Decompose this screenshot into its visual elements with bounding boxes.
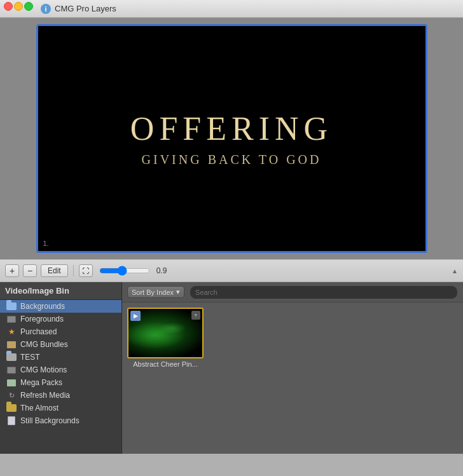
fullscreen-button[interactable]: ⛶ xyxy=(79,264,93,277)
sort-label: Sort By Index xyxy=(132,289,174,296)
film-icon xyxy=(6,315,17,323)
thumb-badge-play: ▶ xyxy=(130,311,141,321)
film2-icon xyxy=(6,365,17,374)
sort-arrow-icon: ▾ xyxy=(176,288,180,296)
app-icon: i xyxy=(41,4,51,14)
list-item[interactable]: ▶ + Abstract Cheer Pin... xyxy=(127,308,204,368)
sidebar-label-the-almost: The Almost xyxy=(20,404,59,412)
bundle-icon xyxy=(6,340,17,349)
preview-frame: OFFERING GIVING BACK TO GOD 1. xyxy=(36,24,427,253)
media-grid: ▶ + Abstract Cheer Pin... xyxy=(122,303,463,454)
sidebar-item-mega-packs[interactable]: Mega Packs xyxy=(0,376,121,389)
sidebar-item-the-almost[interactable]: The Almost xyxy=(0,402,121,414)
sidebar-label-purchased: Purchased xyxy=(20,327,57,336)
sidebar-label-refresh-media: Refresh Media xyxy=(20,391,70,400)
sidebar-label-still-backgrounds: Still Backgrounds xyxy=(20,416,79,425)
edit-button[interactable]: Edit xyxy=(41,264,68,277)
sidebar: Video/Image Bin Backgrounds Foregrounds … xyxy=(0,282,122,454)
media-area: Sort By Index ▾ ▶ + Abstract Cheer Pin..… xyxy=(122,282,463,454)
sidebar-item-refresh-media[interactable]: ↻ Refresh Media xyxy=(0,389,121,402)
sidebar-item-still-backgrounds[interactable]: Still Backgrounds xyxy=(0,414,121,427)
thumb-image: ▶ + xyxy=(127,308,204,358)
sidebar-label-cmg-motions: CMG Motions xyxy=(20,365,67,374)
maximize-button[interactable] xyxy=(24,2,33,11)
search-input[interactable] xyxy=(190,285,458,299)
image-icon xyxy=(6,378,17,387)
window-title: CMG Pro Layers xyxy=(55,4,116,13)
preview-area: OFFERING GIVING BACK TO GOD 1. xyxy=(0,18,463,259)
fullscreen-icon: ⛶ xyxy=(82,267,89,275)
collapse-icon[interactable]: ▲ xyxy=(452,268,458,275)
zoom-slider[interactable] xyxy=(99,266,150,276)
sidebar-item-cmg-motions[interactable]: CMG Motions xyxy=(0,364,121,376)
star-icon: ★ xyxy=(6,327,17,336)
thumb-badge-add: + xyxy=(191,311,200,320)
sidebar-header: Video/Image Bin xyxy=(0,282,121,300)
separator xyxy=(73,265,74,276)
sidebar-label-cmg-bundles: CMG Bundles xyxy=(20,340,68,349)
refresh-icon: ↻ xyxy=(6,391,17,400)
media-toolbar: Sort By Index ▾ xyxy=(122,282,463,303)
sort-select[interactable]: Sort By Index ▾ xyxy=(127,286,184,298)
close-button[interactable] xyxy=(4,2,13,11)
slide-subtitle: GIVING BACK TO GOD xyxy=(142,153,322,167)
folder-icon xyxy=(6,353,17,362)
sidebar-label-mega-packs: Mega Packs xyxy=(20,378,62,387)
sidebar-label-backgrounds: Backgrounds xyxy=(20,302,65,311)
minimize-button[interactable] xyxy=(14,2,23,11)
title-bar: i CMG Pro Layers xyxy=(0,0,463,18)
sidebar-label-test: TEST xyxy=(20,353,40,362)
toolbar: + − Edit ⛶ 0.9 ▲ xyxy=(0,259,463,282)
remove-button[interactable]: − xyxy=(23,264,37,277)
sidebar-item-foregrounds[interactable]: Foregrounds xyxy=(0,313,121,325)
slide-number: 1. xyxy=(43,240,49,247)
sidebar-item-backgrounds[interactable]: Backgrounds xyxy=(0,300,121,313)
sidebar-item-purchased[interactable]: ★ Purchased xyxy=(0,325,121,338)
sidebar-item-cmg-bundles[interactable]: CMG Bundles xyxy=(0,338,121,351)
thumb-label: Abstract Cheer Pin... xyxy=(127,360,204,368)
folder-closed-icon xyxy=(6,404,17,412)
folder-open-icon xyxy=(6,302,17,311)
sidebar-item-test[interactable]: TEST xyxy=(0,351,121,364)
doc-icon xyxy=(6,416,17,425)
bottom-panel: Video/Image Bin Backgrounds Foregrounds … xyxy=(0,282,463,454)
window-chrome xyxy=(4,2,33,11)
sidebar-label-foregrounds: Foregrounds xyxy=(20,315,64,323)
zoom-value: 0.9 xyxy=(156,266,176,275)
slide-title: OFFERING xyxy=(130,110,333,147)
add-button[interactable]: + xyxy=(5,264,19,277)
